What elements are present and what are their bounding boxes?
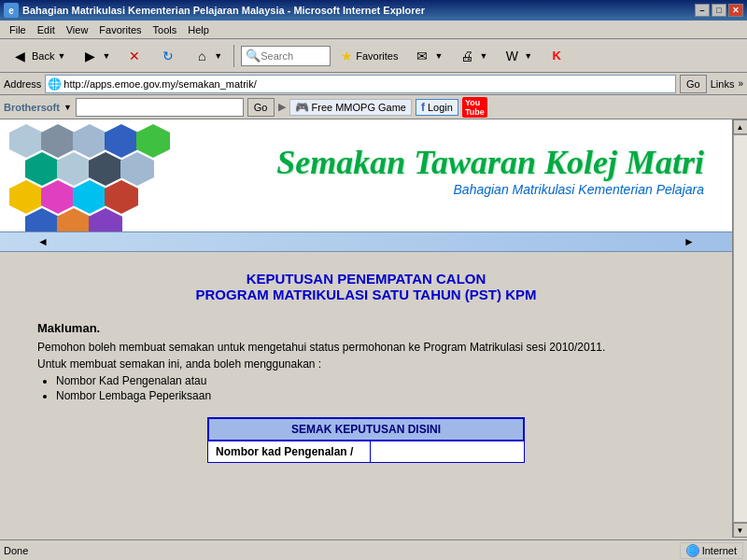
page-scrollbar: ▲ ▼ <box>732 119 747 538</box>
hexagon-area <box>0 119 187 231</box>
refresh-button[interactable]: ↻ <box>152 43 184 69</box>
hex-10 <box>9 180 43 214</box>
search-box[interactable]: 🔍 <box>241 46 331 66</box>
facebook-icon: f <box>421 101 425 114</box>
info-heading: Makluman. <box>37 321 695 335</box>
brothersoft-label: Brothersoft <box>4 102 60 113</box>
page-title-line2: PROGRAM MATRIKULASI SATU TAHUN (PST) KPM <box>37 287 695 302</box>
menu-tools[interactable]: Tools <box>148 22 183 37</box>
forward-dropdown-icon: ▼ <box>102 51 110 61</box>
edit-icon: W <box>502 47 521 65</box>
address-input-wrap[interactable]: 🌐 <box>45 75 676 93</box>
page-icon: 🌐 <box>48 77 62 91</box>
youtube-icon: YouTube <box>462 97 487 118</box>
home-button[interactable]: ⌂ ▼ <box>186 43 229 69</box>
menu-file[interactable]: File <box>4 22 32 37</box>
mail-dropdown-icon: ▼ <box>434 51 443 61</box>
maximize-button[interactable]: □ <box>712 4 726 17</box>
semak-row: Nombor kad Pengenalan / <box>208 441 524 462</box>
info-para1: Pemohon boleh membuat semakan untuk meng… <box>37 341 695 354</box>
print-icon: 🖨 <box>458 47 476 65</box>
hex-13 <box>105 180 138 214</box>
back-dropdown-icon: ▼ <box>57 51 65 61</box>
semak-section: SEMAK KEPUTUSAN DISINI Nombor kad Pengen… <box>37 417 695 463</box>
home-icon: ⌂ <box>192 47 211 65</box>
internet-icon: 🌐 <box>686 544 699 557</box>
favorites-icon: ★ <box>341 49 353 63</box>
hex-3 <box>73 124 106 158</box>
minimize-button[interactable]: – <box>695 4 710 17</box>
print-button[interactable]: 🖨 ▼ <box>451 43 494 69</box>
hex-grid <box>0 119 187 231</box>
hex-7 <box>57 152 91 186</box>
close-button[interactable]: ✕ <box>728 4 743 17</box>
menu-help[interactable]: Help <box>182 22 215 37</box>
game-icon: 🎮 <box>295 101 309 114</box>
scroll-up-button[interactable]: ▲ <box>733 119 748 134</box>
brothersoft-toolbar: Brothersoft ▼ Go ▶ 🎮 Free MMOPG Game f L… <box>0 95 747 119</box>
kaspersky-icon: K <box>547 47 566 65</box>
menu-favorites[interactable]: Favorites <box>93 22 147 37</box>
favorites-button[interactable]: ★ Favorites <box>334 43 404 69</box>
hex-8 <box>89 152 122 186</box>
menu-bar: File Edit View Favorites Tools Help <box>0 21 747 39</box>
page-title-section: KEPUTUSAN PENEMPATAN CALON PROGRAM MATRI… <box>37 271 695 302</box>
address-label: Address <box>4 78 41 90</box>
go-button[interactable]: Go <box>680 75 707 93</box>
nav-left-arrow[interactable]: ◄ <box>37 235 684 248</box>
menu-view[interactable]: View <box>61 22 94 37</box>
links-chevron-icon: » <box>738 78 743 89</box>
forward-button[interactable]: ▶ ▼ <box>74 43 117 69</box>
stop-icon: ✕ <box>125 47 144 65</box>
address-input[interactable] <box>63 78 673 90</box>
main-toolbar: ◀ Back ▼ ▶ ▼ ✕ ↻ ⌂ ▼ 🔍 ★ Favorites ✉ ▼ 🖨… <box>0 39 747 73</box>
nav-stripe: ◄ ► <box>0 231 732 252</box>
home-dropdown-icon: ▼ <box>214 51 222 61</box>
kaspersky-button[interactable]: K <box>541 43 572 69</box>
brothersoft-search-input[interactable] <box>76 98 244 117</box>
mail-button[interactable]: ✉ ▼ <box>406 43 449 69</box>
site-header: Semakan Tawaran Kolej Matri Bahagian Mat… <box>0 119 732 231</box>
status-bar: Done 🌐 Internet <box>0 539 747 560</box>
semak-input[interactable] <box>371 441 525 462</box>
scroll-down-button[interactable]: ▼ <box>733 523 748 538</box>
edit-dropdown-icon: ▼ <box>524 51 532 61</box>
stop-button[interactable]: ✕ <box>119 43 150 69</box>
mail-icon: ✉ <box>413 47 431 65</box>
search-icon: 🔍 <box>246 49 261 63</box>
address-bar: Address 🌐 Go Links » <box>0 73 747 95</box>
window-title: Bahagian Matrikulasi Kementerian Pelajar… <box>22 5 695 16</box>
info-section: Makluman. Pemohon boleh membuat semakan … <box>37 321 695 402</box>
brothersoft-go-button[interactable]: Go <box>247 98 275 117</box>
search-input[interactable] <box>261 50 326 62</box>
hex-6 <box>25 152 59 186</box>
mmopg-label: Free MMOPG Game <box>312 102 406 113</box>
status-internet: 🌐 Internet <box>680 542 743 559</box>
hex-9 <box>120 152 154 186</box>
info-bullet1: Nombor Kad Pengenalan atau <box>56 374 695 387</box>
nav-separator-icon: ▶ <box>278 101 286 113</box>
info-bullet2: Nombor Lembaga Peperiksaan <box>56 389 695 402</box>
semak-header: SEMAK KEPUTUSAN DISINI <box>208 418 524 441</box>
hex-4 <box>105 124 138 158</box>
status-zone: Internet <box>702 545 737 556</box>
favorites-label: Favorites <box>356 50 398 62</box>
edit-button[interactable]: W ▼ <box>496 43 539 69</box>
mmopg-button[interactable]: 🎮 Free MMOPG Game <box>289 99 412 116</box>
menu-edit[interactable]: Edit <box>32 22 61 37</box>
scroll-track[interactable] <box>733 134 748 523</box>
status-done: Done <box>4 545 680 556</box>
semak-table: SEMAK KEPUTUSAN DISINI Nombor kad Pengen… <box>207 417 525 463</box>
window-controls: – □ ✕ <box>695 4 743 17</box>
hex-5 <box>136 124 170 158</box>
semak-label: Nombor kad Pengenalan / <box>208 441 371 462</box>
youtube-button[interactable]: YouTube <box>462 97 487 118</box>
page-content: KEPUTUSAN PENEMPATAN CALON PROGRAM MATRI… <box>0 252 732 482</box>
back-button[interactable]: ◀ Back ▼ <box>4 43 72 69</box>
title-bar: e Bahagian Matrikulasi Kementerian Pelaj… <box>0 0 747 21</box>
nav-right-arrow[interactable]: ► <box>684 235 695 248</box>
back-label: Back <box>32 50 54 62</box>
facebook-login-button[interactable]: f Login <box>416 99 458 116</box>
brothersoft-dropdown-icon: ▼ <box>63 103 72 112</box>
hex-1 <box>9 124 43 158</box>
